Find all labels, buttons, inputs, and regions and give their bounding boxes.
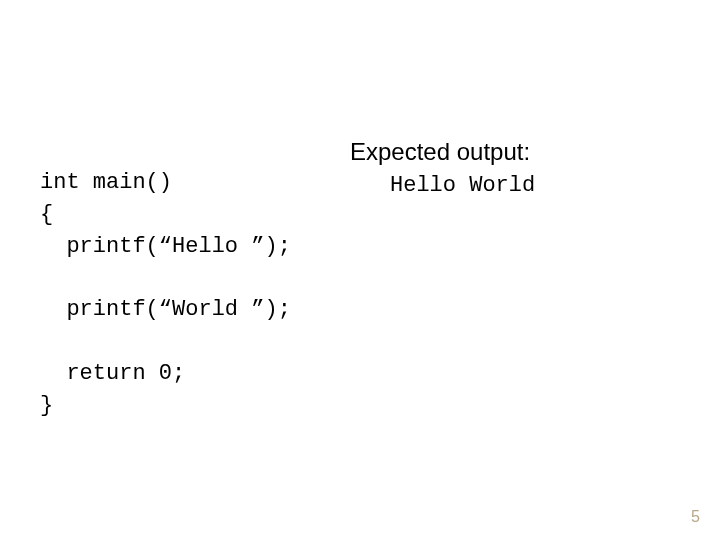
code-line-7: return 0;: [40, 361, 185, 386]
code-line-1: int main(): [40, 170, 172, 195]
expected-heading: Expected output:: [350, 135, 690, 170]
code-line-8: }: [40, 393, 53, 418]
page-number: 5: [691, 508, 700, 526]
slide: int main() { printf(“Hello ”); printf(“W…: [0, 0, 720, 540]
code-line-3: printf(“Hello ”);: [40, 234, 291, 259]
code-line-2: {: [40, 202, 53, 227]
code-block: int main() { printf(“Hello ”); printf(“W…: [40, 135, 360, 454]
code-line-5: printf(“World ”);: [40, 297, 291, 322]
expected-block: Expected output: Hello World: [350, 135, 690, 202]
expected-output: Hello World: [350, 170, 690, 202]
